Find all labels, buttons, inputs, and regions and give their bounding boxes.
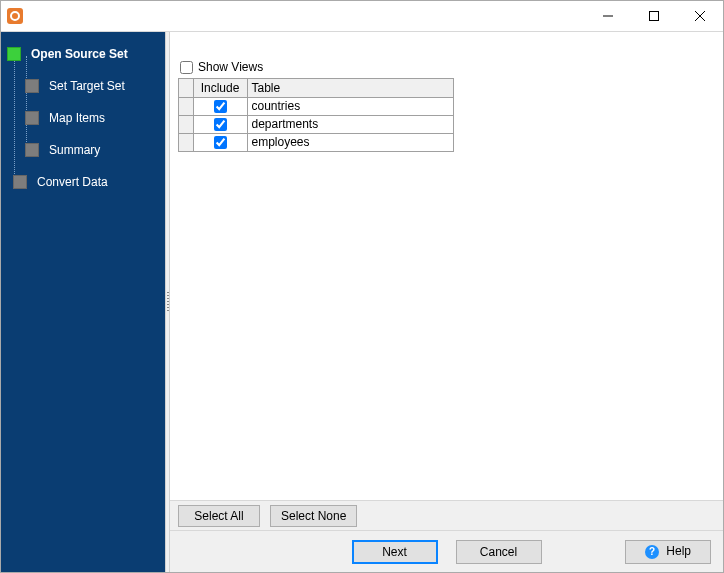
titlebar: [1, 1, 723, 31]
close-button[interactable]: [677, 1, 723, 31]
selection-actions: Select All Select None: [170, 500, 723, 530]
select-all-button[interactable]: Select All: [178, 505, 260, 527]
step-label: Map Items: [49, 111, 105, 125]
include-cell: [193, 97, 247, 115]
step-set-target-set[interactable]: Set Target Set: [7, 72, 159, 100]
include-cell: [193, 115, 247, 133]
row-header[interactable]: [179, 133, 193, 151]
wizard-footer: Next Cancel ? Help: [170, 530, 723, 572]
table-name-cell[interactable]: countries: [247, 97, 454, 115]
table-name-cell[interactable]: departments: [247, 115, 454, 133]
column-header-include[interactable]: Include: [193, 79, 247, 97]
help-button[interactable]: ? Help: [625, 540, 711, 564]
step-label: Open Source Set: [31, 47, 128, 61]
show-views-checkbox[interactable]: [180, 61, 193, 74]
table-row: countries: [179, 97, 454, 115]
step-label: Summary: [49, 143, 100, 157]
help-icon: ?: [645, 545, 659, 559]
column-header-table[interactable]: Table: [247, 79, 454, 97]
maximize-button[interactable]: [631, 1, 677, 31]
svg-rect-1: [650, 12, 659, 21]
main-panel: Show Views Include Table countries: [170, 32, 723, 572]
next-button[interactable]: Next: [352, 540, 438, 564]
app-icon: [7, 8, 23, 24]
wizard-window: Open Source Set Set Target Set Map Items…: [0, 0, 724, 573]
select-none-button[interactable]: Select None: [270, 505, 357, 527]
help-label: Help: [666, 544, 691, 558]
include-cell: [193, 133, 247, 151]
step-label: Convert Data: [37, 175, 108, 189]
step-marker-icon: [13, 175, 27, 189]
step-map-items[interactable]: Map Items: [7, 104, 159, 132]
table-header-row: Include Table: [179, 79, 454, 97]
row-header[interactable]: [179, 115, 193, 133]
include-checkbox[interactable]: [214, 118, 227, 131]
include-checkbox[interactable]: [214, 136, 227, 149]
window-controls: [585, 1, 723, 31]
table-row: departments: [179, 115, 454, 133]
step-marker-icon: [25, 111, 39, 125]
step-marker-icon: [7, 47, 21, 61]
step-summary[interactable]: Summary: [7, 136, 159, 164]
include-checkbox[interactable]: [214, 100, 227, 113]
step-label: Set Target Set: [49, 79, 125, 93]
minimize-button[interactable]: [585, 1, 631, 31]
table-row: employees: [179, 133, 454, 151]
step-marker-icon: [25, 143, 39, 157]
wizard-steps-sidebar: Open Source Set Set Target Set Map Items…: [1, 32, 165, 572]
row-header-blank: [179, 79, 193, 97]
step-convert-data[interactable]: Convert Data: [7, 168, 159, 196]
cancel-button[interactable]: Cancel: [456, 540, 542, 564]
row-header[interactable]: [179, 97, 193, 115]
show-views-row: Show Views: [180, 60, 715, 74]
step-marker-icon: [25, 79, 39, 93]
tables-grid: Include Table countries departments: [178, 78, 454, 152]
step-open-source-set[interactable]: Open Source Set: [7, 40, 159, 68]
table-name-cell[interactable]: employees: [247, 133, 454, 151]
show-views-label: Show Views: [198, 60, 263, 74]
